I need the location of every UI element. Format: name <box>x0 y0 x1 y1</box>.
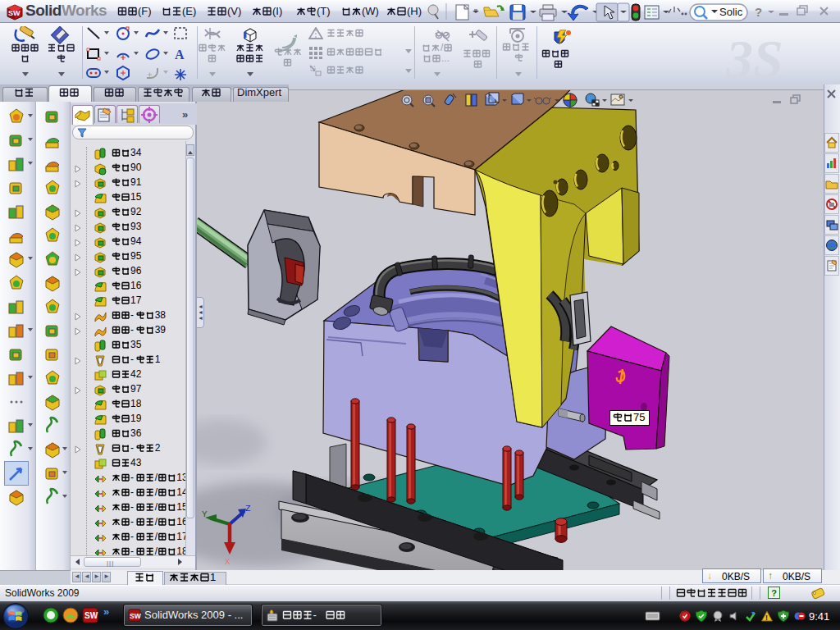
svg-text:(I): (I) <box>272 5 282 17</box>
svg-text:15: 15 <box>130 191 142 203</box>
svg-text:?: ? <box>755 5 762 19</box>
svg-text:/: / <box>155 486 158 498</box>
svg-text:X: X <box>225 557 231 567</box>
svg-text:SW: SW <box>130 612 141 620</box>
svg-text:(W): (W) <box>362 5 379 17</box>
svg-text:-: - <box>130 486 134 498</box>
svg-text:-: - <box>313 609 317 621</box>
svg-text:1: 1 <box>210 571 216 583</box>
svg-text:16: 16 <box>130 280 142 291</box>
svg-text:-: - <box>130 442 134 454</box>
svg-text:/: / <box>155 472 158 483</box>
svg-text:-: - <box>130 531 134 542</box>
svg-text:!: ! <box>765 614 768 622</box>
svg-text:19: 19 <box>130 413 142 424</box>
svg-text:/: / <box>155 501 158 513</box>
svg-text:/: / <box>155 516 158 527</box>
svg-text:2: 2 <box>155 442 161 454</box>
svg-text:75: 75 <box>633 411 645 423</box>
svg-text:39: 39 <box>155 324 167 336</box>
svg-text:Y: Y <box>202 509 208 519</box>
svg-text:1: 1 <box>155 354 161 365</box>
svg-text:-: - <box>130 516 134 527</box>
svg-text:93: 93 <box>130 221 142 232</box>
svg-text:-: - <box>130 309 134 321</box>
svg-text:91: 91 <box>130 176 142 188</box>
svg-text:34: 34 <box>130 147 142 158</box>
svg-text:-: - <box>130 324 134 336</box>
svg-text:(T): (T) <box>317 5 331 17</box>
svg-text:38: 38 <box>155 309 167 321</box>
svg-text:SolidWorks 2009 - ...: SolidWorks 2009 - ... <box>144 609 243 621</box>
svg-text:SW: SW <box>84 611 98 620</box>
svg-text:90: 90 <box>130 162 142 173</box>
svg-text:SW: SW <box>8 9 21 17</box>
svg-text:96: 96 <box>130 265 142 276</box>
svg-text:DimXpert: DimXpert <box>237 86 282 98</box>
svg-text:-: - <box>130 501 134 513</box>
svg-text:Solic: Solic <box>719 6 743 18</box>
svg-text:92: 92 <box>130 206 142 217</box>
svg-text:(V): (V) <box>227 5 241 17</box>
svg-text:-: - <box>130 354 134 365</box>
svg-text:42: 42 <box>130 368 142 380</box>
svg-text:/: / <box>155 531 158 542</box>
svg-text:(E): (E) <box>182 5 196 17</box>
svg-text:36: 36 <box>130 427 142 439</box>
svg-text:17: 17 <box>130 294 142 306</box>
svg-text:18: 18 <box>130 398 142 409</box>
svg-text:(F): (F) <box>138 5 152 17</box>
svg-text:-: - <box>130 472 134 483</box>
svg-text:97: 97 <box>130 383 142 395</box>
svg-text:94: 94 <box>130 235 142 247</box>
svg-text:35: 35 <box>130 339 142 350</box>
svg-text:Z: Z <box>245 504 251 514</box>
svg-text:43: 43 <box>130 457 142 468</box>
svg-text:95: 95 <box>130 250 142 262</box>
